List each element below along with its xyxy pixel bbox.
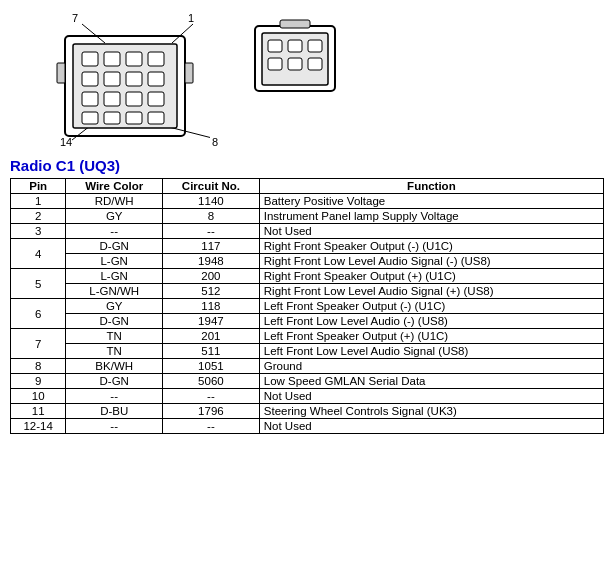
svg-rect-22 (57, 63, 65, 83)
table-cell-wire: RD/WH (66, 194, 163, 209)
svg-rect-27 (288, 40, 302, 52)
table-cell-wire: BK/WH (66, 359, 163, 374)
table-cell-wire: D-GN (66, 314, 163, 329)
table-cell-wire: GY (66, 209, 163, 224)
table-cell-function: Right Front Speaker Output (+) (U1C) (259, 269, 603, 284)
svg-rect-8 (126, 52, 142, 66)
table-cell-wire: -- (66, 224, 163, 239)
table-cell-circuit: 117 (163, 239, 260, 254)
svg-rect-28 (308, 40, 322, 52)
table-cell-function: Not Used (259, 419, 603, 434)
table-cell-circuit: 201 (163, 329, 260, 344)
table-cell-wire: TN (66, 344, 163, 359)
table-cell-circuit: 200 (163, 269, 260, 284)
table-cell-pin: 1 (11, 194, 66, 209)
table-cell-function: Left Front Speaker Output (+) (U1C) (259, 329, 603, 344)
table-cell-wire: D-GN (66, 239, 163, 254)
table-cell-function: Battery Positive Voltage (259, 194, 603, 209)
table-cell-function: Left Front Low Level Audio Signal (US8) (259, 344, 603, 359)
table-cell-wire: GY (66, 299, 163, 314)
table-cell-pin: 7 (11, 329, 66, 359)
svg-rect-21 (148, 112, 164, 124)
page: 7 1 14 8 (0, 0, 614, 442)
section-title: Radio C1 (UQ3) (10, 157, 604, 174)
svg-rect-9 (148, 52, 164, 66)
table-cell-pin: 4 (11, 239, 66, 269)
table-cell-circuit: 1796 (163, 404, 260, 419)
table-cell-function: Right Front Speaker Output (-) (U1C) (259, 239, 603, 254)
svg-line-1 (172, 24, 193, 43)
label-8: 8 (212, 136, 218, 148)
svg-rect-30 (288, 58, 302, 70)
table-cell-circuit: -- (163, 224, 260, 239)
svg-rect-29 (268, 58, 282, 70)
table-cell-pin: 12-14 (11, 419, 66, 434)
svg-rect-32 (280, 20, 310, 28)
table-cell-circuit: 511 (163, 344, 260, 359)
svg-rect-19 (104, 112, 120, 124)
svg-rect-26 (268, 40, 282, 52)
table-cell-pin: 9 (11, 374, 66, 389)
table-cell-circuit: 8 (163, 209, 260, 224)
table-cell-circuit: 512 (163, 284, 260, 299)
table-cell-function: Not Used (259, 389, 603, 404)
table-cell-pin: 11 (11, 404, 66, 419)
svg-rect-15 (104, 92, 120, 106)
table-cell-wire: L-GN/WH (66, 284, 163, 299)
table-cell-function: Right Front Low Level Audio Signal (+) (… (259, 284, 603, 299)
table-cell-wire: D-GN (66, 374, 163, 389)
table-cell-circuit: 5060 (163, 374, 260, 389)
table-cell-function: Instrument Panel lamp Supply Voltage (259, 209, 603, 224)
table-cell-function: Left Front Low Level Audio (-) (US8) (259, 314, 603, 329)
main-connector-svg (10, 8, 210, 153)
svg-line-0 (82, 24, 105, 43)
svg-rect-18 (82, 112, 98, 124)
table-cell-circuit: -- (163, 389, 260, 404)
table-cell-function: Ground (259, 359, 603, 374)
svg-rect-17 (148, 92, 164, 106)
table-cell-pin: 3 (11, 224, 66, 239)
table-cell-wire: -- (66, 389, 163, 404)
table-cell-function: Right Front Low Level Audio Signal (-) (… (259, 254, 603, 269)
table-cell-circuit: 1140 (163, 194, 260, 209)
col-header-circuit: Circuit No. (163, 179, 260, 194)
table-cell-circuit: -- (163, 419, 260, 434)
svg-rect-11 (104, 72, 120, 86)
table-cell-function: Left Front Speaker Output (-) (U1C) (259, 299, 603, 314)
col-header-function: Function (259, 179, 603, 194)
table-cell-circuit: 1947 (163, 314, 260, 329)
wiring-table: Pin Wire Color Circuit No. Function 1RD/… (10, 178, 604, 434)
diagram-area: 7 1 14 8 (10, 8, 604, 153)
table-cell-wire: L-GN (66, 254, 163, 269)
table-cell-pin: 6 (11, 299, 66, 329)
svg-rect-20 (126, 112, 142, 124)
table-cell-pin: 8 (11, 359, 66, 374)
svg-rect-10 (82, 72, 98, 86)
table-cell-function: Low Speed GMLAN Serial Data (259, 374, 603, 389)
table-cell-wire: L-GN (66, 269, 163, 284)
svg-rect-13 (148, 72, 164, 86)
svg-rect-6 (82, 52, 98, 66)
svg-rect-16 (126, 92, 142, 106)
table-cell-function: Not Used (259, 224, 603, 239)
table-cell-circuit: 118 (163, 299, 260, 314)
side-connector-svg (250, 16, 340, 106)
svg-rect-31 (308, 58, 322, 70)
table-cell-wire: TN (66, 329, 163, 344)
table-cell-pin: 5 (11, 269, 66, 299)
svg-rect-7 (104, 52, 120, 66)
table-cell-circuit: 1948 (163, 254, 260, 269)
table-cell-circuit: 1051 (163, 359, 260, 374)
table-cell-wire: D-BU (66, 404, 163, 419)
svg-rect-14 (82, 92, 98, 106)
table-cell-pin: 2 (11, 209, 66, 224)
col-header-pin: Pin (11, 179, 66, 194)
table-cell-wire: -- (66, 419, 163, 434)
svg-rect-23 (185, 63, 193, 83)
col-header-wire: Wire Color (66, 179, 163, 194)
table-cell-pin: 10 (11, 389, 66, 404)
svg-rect-12 (126, 72, 142, 86)
table-cell-function: Steering Wheel Controls Signal (UK3) (259, 404, 603, 419)
